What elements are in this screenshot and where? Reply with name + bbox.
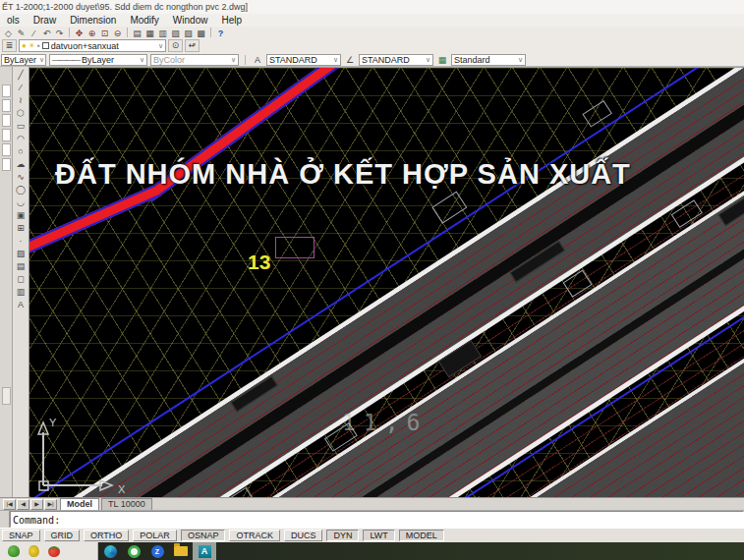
chevron-down-icon: ∨ — [228, 56, 236, 64]
line-icon[interactable]: ╱ — [14, 69, 29, 82]
edge-taskbar-button[interactable] — [98, 542, 122, 560]
zoom-previous-icon[interactable]: ⊖ — [111, 28, 124, 38]
text-style-value: STANDARD — [269, 55, 317, 65]
make-object-layer-current-button[interactable]: ⊙ — [168, 39, 183, 52]
properties-palette-icon[interactable]: ▤ — [131, 28, 143, 38]
polygon-icon[interactable]: ⬡ — [14, 107, 29, 120]
menu-dimension[interactable]: Dimension — [63, 15, 123, 26]
arc-icon[interactable]: ◠ — [14, 133, 29, 145]
left-dock: ╱ ⁄ ≀ ⬡ ▭ ◠ ○ ☁ ∿ ◯ ◡ ▣ ⊞ · ▨ ▤ ◻ ▥ A — [0, 67, 29, 497]
pear-icon[interactable] — [29, 545, 39, 557]
menu-draw[interactable]: Draw — [27, 15, 63, 26]
table-icon[interactable]: ▥ — [14, 286, 29, 299]
tab-model[interactable]: Model — [60, 498, 99, 510]
multiline-text-icon[interactable]: A — [14, 299, 29, 311]
ducs-toggle[interactable]: DUCS — [284, 530, 323, 541]
taskbar-left-tray — [0, 542, 98, 560]
chevron-down-icon: ∨ — [155, 42, 163, 50]
undo-icon[interactable]: ↶ — [40, 28, 53, 38]
region-icon[interactable]: ◻ — [14, 273, 29, 286]
layout-tabbar: |◀ ◀ ▶ ▶| Model TL 10000 — [0, 497, 744, 510]
markup-set-manager-icon[interactable]: ▨ — [182, 28, 195, 38]
make-block-icon[interactable]: ⊞ — [14, 222, 29, 235]
model-toggle[interactable]: MODEL — [399, 530, 444, 541]
layer-previous-button[interactable]: ↫ — [185, 39, 200, 52]
point-icon[interactable]: · — [14, 235, 29, 248]
grid-toggle[interactable]: GRID — [44, 530, 81, 541]
ortho-toggle[interactable]: ORTHO — [84, 530, 129, 541]
zoom-realtime-icon[interactable]: ⊕ — [86, 28, 98, 38]
lwt-toggle[interactable]: LWT — [363, 530, 394, 541]
drawing-canvas[interactable]: 13 11,6 ĐẤT NHÓM NHÀ Ở KẾT HỢP SẢN XUẤT … — [29, 67, 744, 497]
edit-polyline-icon[interactable]: ◇ — [2, 28, 15, 38]
polyline-icon[interactable]: ≀ — [14, 94, 29, 107]
ellipse-arc-icon[interactable]: ◡ — [14, 196, 29, 209]
zoom-window-icon[interactable]: ⊡ — [98, 28, 111, 38]
quickcalc-icon[interactable]: ▩ — [195, 28, 207, 38]
command-window-grip[interactable] — [0, 511, 10, 528]
sheet-set-manager-icon[interactable]: ▧ — [169, 28, 182, 38]
green-app-icon — [128, 545, 141, 558]
spline-icon[interactable]: ∿ — [14, 171, 29, 184]
tab-layout-tl10000[interactable]: TL 10000 — [101, 498, 152, 510]
revision-cloud-icon[interactable]: ☁ — [14, 158, 29, 171]
autocad-icon: A — [199, 545, 211, 558]
color-control-value: ByLayer — [4, 55, 36, 65]
sketch-icon[interactable]: ✎ — [15, 28, 28, 38]
autocad-taskbar-button[interactable]: A — [193, 542, 216, 560]
tab-next-button[interactable]: ▶ — [30, 499, 43, 510]
gradient-icon[interactable]: ▤ — [14, 260, 29, 273]
dim-style-dropdown[interactable]: STANDARD ∨ — [359, 54, 433, 66]
help-icon[interactable]: ? — [214, 28, 227, 38]
zalo-taskbar-button[interactable]: Z — [145, 542, 169, 560]
pan-realtime-icon[interactable]: ✥ — [73, 28, 86, 38]
layer-dropdown[interactable]: ● ☀ ▪ datvuon+sanxuat ∨ — [19, 39, 166, 52]
draw-toolbar: ╱ ⁄ ≀ ⬡ ▭ ◠ ○ ☁ ∿ ◯ ◡ ▣ ⊞ · ▨ ▤ ◻ ▥ A — [13, 67, 29, 497]
linetype-sample: ———— — [52, 55, 80, 64]
tool-palettes-icon[interactable]: ▥ — [156, 28, 169, 38]
insert-block-icon[interactable]: ▣ — [14, 209, 29, 222]
layer-properties-manager-button[interactable]: ≣ — [2, 39, 17, 52]
menu-window[interactable]: Window — [166, 15, 215, 26]
linetype-control-value: ByLayer — [82, 55, 114, 65]
command-input[interactable]: Command: — [10, 511, 744, 528]
designcenter-icon[interactable]: ▦ — [143, 28, 156, 38]
menubar: ols Draw Dimension Modify Window Help — [0, 14, 744, 27]
menu-help[interactable]: Help — [214, 15, 249, 26]
ellipse-icon[interactable]: ◯ — [14, 184, 29, 196]
match-properties-icon[interactable]: ⁄ — [28, 28, 40, 38]
construction-line-icon[interactable]: ⁄ — [14, 82, 29, 94]
table-style-dropdown[interactable]: Standard ∨ — [451, 54, 526, 66]
green-app-taskbar-button[interactable] — [122, 542, 145, 560]
rectangle-icon[interactable]: ▭ — [14, 120, 29, 133]
color-control-dropdown[interactable]: ByLayer ∨ — [1, 54, 46, 66]
lineweight-control-value: ByColor — [153, 55, 185, 65]
file-explorer-taskbar-button[interactable] — [169, 542, 193, 560]
tab-first-button[interactable]: |◀ — [3, 499, 16, 510]
toolbar-separator — [245, 55, 246, 65]
linetype-control-dropdown[interactable]: ———— ByLayer ∨ — [49, 54, 147, 66]
taskbar-apps: Z A — [98, 542, 744, 560]
text-style-dropdown[interactable]: STANDARD ∨ — [266, 54, 341, 66]
menu-tools[interactable]: ols — [0, 15, 27, 26]
folder-icon — [174, 546, 188, 556]
dyn-toggle[interactable]: DYN — [326, 530, 359, 541]
snap-toggle[interactable]: SNAP — [2, 530, 40, 541]
hatch-icon[interactable]: ▨ — [14, 248, 29, 260]
broccoli-icon[interactable] — [8, 545, 20, 557]
osnap-toggle[interactable]: OSNAP — [181, 530, 226, 541]
redo-icon[interactable]: ↷ — [53, 28, 66, 38]
tab-last-button[interactable]: ▶| — [44, 499, 57, 510]
svg-text:Y: Y — [49, 417, 57, 428]
tomato-icon[interactable] — [48, 546, 60, 557]
polar-toggle[interactable]: POLAR — [133, 530, 177, 541]
tab-prev-button[interactable]: ◀ — [17, 499, 29, 510]
otrack-toggle[interactable]: OTRACK — [229, 530, 280, 541]
layer-thaw-icon: ☀ — [29, 42, 35, 50]
circle-icon[interactable]: ○ — [14, 145, 29, 158]
command-prompt: Command: — [13, 515, 60, 526]
ucs-icon: Y X — [29, 415, 138, 497]
current-layer-name: datvuon+sanxuat — [51, 41, 119, 51]
lineweight-control-dropdown[interactable]: ByColor ∨ — [150, 54, 239, 66]
menu-modify[interactable]: Modify — [123, 15, 165, 26]
